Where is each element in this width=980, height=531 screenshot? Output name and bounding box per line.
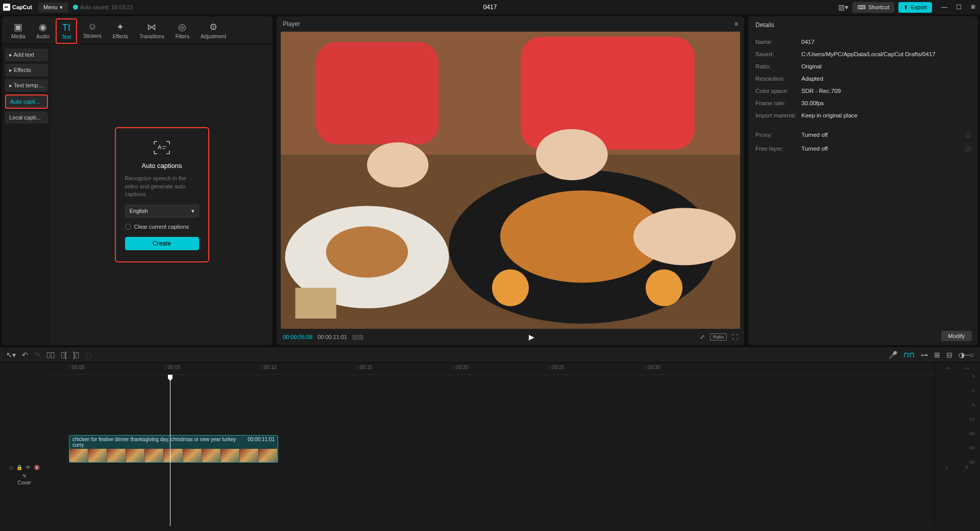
fullscreen-icon[interactable]: ⛶ (732, 333, 738, 341)
clip-thumb (145, 449, 164, 463)
scale-icon[interactable]: ⤢ (700, 333, 705, 341)
pointer-tool[interactable]: ↖▾ (6, 351, 16, 359)
tab-stickers[interactable]: ☺Stickers (78, 18, 107, 44)
meter-tick: -6 (971, 402, 975, 407)
titlebar: ✂ CapCut Menu ▾ Auto saved: 16:53:22 041… (0, 0, 980, 14)
maximize-button[interactable]: ☐ (954, 4, 963, 11)
details-panel: Details Name:0417 Saved:C:/Users/MyPC/Ap… (748, 16, 978, 345)
language-select[interactable]: English ▾ (125, 205, 199, 218)
split-right-tool[interactable]: ]⌷ (73, 351, 79, 359)
mute-icon[interactable]: 🔇 (34, 465, 40, 470)
export-button[interactable]: ⬆ Export (898, 2, 932, 13)
svg-rect-10 (521, 37, 695, 150)
info-icon[interactable]: ⓘ (965, 146, 971, 153)
tab-transitions[interactable]: ⋈Transitions (134, 18, 169, 44)
clip-thumb (240, 449, 259, 463)
clip-thumb (202, 449, 221, 463)
sidebar-item-add-text[interactable]: ▸ Add text (5, 49, 48, 61)
detail-row-framerate: Frame rate:30.00fps (755, 97, 971, 109)
delete-tool[interactable]: ▢ (85, 351, 92, 359)
autosave-dot-icon (73, 5, 78, 10)
meter-r: R (965, 465, 969, 470)
mic-icon[interactable]: 🎤 (889, 351, 897, 359)
timeline-ruler[interactable]: 00:00 00:05 00:10 00:15 00:20 00:25 00:3… (48, 363, 934, 375)
assets-body: ▸ Add text ▸ Effects ▸ Text template Aut… (2, 44, 273, 345)
sidebar-item-effects[interactable]: ▸ Effects (5, 64, 48, 77)
sidebar-item-label: Text template (14, 82, 47, 88)
tab-effects[interactable]: ✦Effects (108, 18, 133, 44)
sidebar-item-text-template[interactable]: ▸ Text template (5, 79, 48, 92)
minimize-button[interactable]: — (940, 4, 948, 11)
details-title: Details (748, 16, 978, 34)
preview-icon[interactable]: ⊞ (934, 351, 940, 359)
sidebar-item-local-captions[interactable]: Local capti... (5, 111, 48, 124)
detail-label: Resolution: (755, 76, 801, 82)
tab-media[interactable]: ▣Media (6, 18, 30, 44)
timeline-main[interactable]: 00:00 00:05 00:10 00:15 00:20 00:25 00:3… (48, 363, 934, 526)
tab-text[interactable]: TIText (56, 18, 77, 44)
player-menu-icon[interactable]: ≡ (734, 20, 738, 28)
stickers-icon: ☺ (88, 21, 97, 32)
transitions-icon: ⋈ (147, 21, 156, 33)
magnet-icon[interactable]: ⊓⊓ (903, 351, 915, 359)
tab-label: Text (62, 34, 71, 40)
clip-thumb (164, 449, 183, 463)
clear-captions-checkbox[interactable]: Clear current captions (125, 224, 199, 230)
layout-icon[interactable]: ▥▾ (838, 3, 848, 11)
tab-filters[interactable]: ◎Filters (170, 18, 194, 44)
info-icon[interactable]: ⓘ (965, 132, 971, 139)
modify-button[interactable]: Modify (941, 331, 972, 341)
timeline-tracks[interactable]: chicken for festive dinner thanksgiving … (48, 375, 934, 526)
app-logo: ✂ CapCut (3, 4, 32, 11)
shortcut-label: Shortcut (868, 4, 889, 10)
zoom-fit-icon[interactable]: ⊕ (971, 3, 976, 10)
tab-audio[interactable]: ◉Audio (31, 18, 55, 44)
svg-rect-9 (316, 42, 439, 144)
detail-label: Color space: (755, 88, 801, 94)
redo-button[interactable]: ↷ (34, 351, 40, 359)
detail-row-freelayer: Free layer:Turned offⓘ (755, 142, 971, 156)
eye-icon[interactable]: 👁 (26, 465, 31, 470)
lock2-icon[interactable]: 🔒 (16, 465, 22, 470)
play-button[interactable]: ▶ (529, 333, 534, 341)
shortcut-button[interactable]: ⌨ Shortcut (852, 2, 894, 13)
text-sidebar: ▸ Add text ▸ Effects ▸ Text template Aut… (2, 44, 51, 345)
compare-icon[interactable]: ▤▥ (352, 333, 363, 341)
clear-captions-label: Clear current captions (134, 224, 189, 230)
ruler-mark: 00:10 (261, 365, 277, 370)
sidebar-item-auto-captions[interactable]: Auto captio... (5, 94, 48, 109)
video-clip[interactable]: chicken for festive dinner thanksgiving … (69, 435, 278, 463)
detail-value: Turned off (801, 132, 828, 139)
split-tool[interactable]: ⌷⌷ (46, 351, 55, 359)
meter-tick: -30 (968, 445, 975, 450)
clip-thumb (183, 449, 202, 463)
export-label: Export (911, 4, 927, 10)
track-toggle-icon[interactable]: ◑─○ (959, 351, 974, 359)
playhead[interactable] (170, 375, 170, 526)
titlebar-right: ▥▾ ⌨ Shortcut ⬆ Export — ☐ ✕ (838, 2, 977, 13)
undo-button[interactable]: ↶ (22, 351, 28, 359)
tab-label: Media (11, 34, 25, 39)
timeline-scrollbar[interactable] (0, 526, 980, 531)
detail-row-ratio: Ratio:Original (755, 60, 971, 73)
detail-value: Original (801, 63, 822, 69)
menu-label: Menu (43, 4, 58, 10)
menu-button[interactable]: Menu ▾ (38, 3, 68, 12)
lock-icon[interactable]: ◇ (9, 465, 13, 470)
create-button[interactable]: Create (125, 237, 199, 250)
language-value: English (130, 208, 148, 214)
meter-inf: -∞ (965, 366, 969, 371)
clip-thumbnails (69, 449, 278, 463)
tab-adjustment[interactable]: ⚙Adjustment (195, 18, 231, 44)
audio-icon: ◉ (39, 21, 47, 33)
assets-panel: ▣Media ◉Audio TIText ☺Stickers ✦Effects … (2, 16, 273, 345)
split-left-tool[interactable]: ⌷[ (61, 351, 67, 359)
timeline-toolbar-right: 🎤 ⊓⊓ ⊶ ⊞ ⊟ ◑─○ ⊕ (889, 351, 974, 359)
detail-label: Proxy: (755, 132, 801, 139)
link-icon[interactable]: ⊶ (921, 351, 928, 359)
ratio-button[interactable]: Ratio (710, 333, 727, 341)
player-viewport[interactable] (281, 32, 740, 329)
cover-button[interactable]: ✎ Cover (17, 473, 31, 486)
auto-captions-icon: A (125, 140, 199, 155)
align-icon[interactable]: ⊟ (946, 351, 952, 359)
